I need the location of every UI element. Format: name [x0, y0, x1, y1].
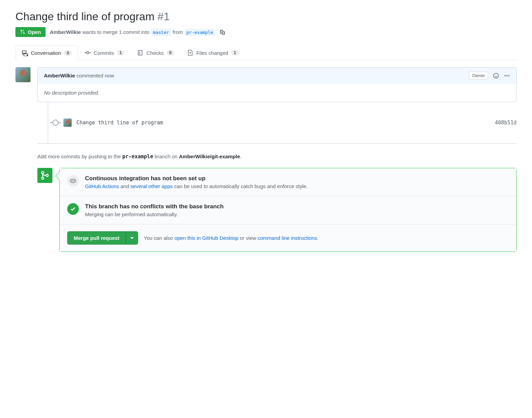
comment-discussion-icon: [22, 50, 28, 56]
checks-count: 0: [167, 50, 174, 56]
conversation-count: 0: [64, 50, 72, 56]
merge-alternatives-text: You can also open this in GitHub Desktop…: [144, 235, 318, 241]
owner-badge: Owner: [469, 72, 488, 79]
author-link[interactable]: AmberWilkie: [50, 29, 81, 35]
tab-conversation[interactable]: Conversation 0: [15, 45, 78, 60]
check-success-icon: [67, 203, 79, 215]
add-reaction-icon[interactable]: [493, 73, 499, 79]
svg-point-0: [87, 52, 89, 54]
git-merge-icon: [40, 171, 49, 180]
merge-panel: Continuous integration has not been set …: [59, 168, 517, 252]
svg-point-10: [508, 75, 510, 76]
author-avatar[interactable]: [15, 67, 31, 82]
github-actions-link[interactable]: GitHub Actions: [85, 183, 119, 189]
base-branch-chip[interactable]: master: [151, 29, 171, 36]
git-pull-request-icon: [20, 29, 26, 35]
svg-rect-14: [70, 179, 76, 183]
pr-title-text: Change third line of program: [15, 10, 155, 23]
description-comment: AmberWilkie commented now Owner No descr…: [37, 67, 517, 102]
svg-point-11: [41, 172, 44, 174]
commit-node-icon: [52, 120, 59, 126]
svg-point-7: [497, 75, 497, 76]
push-more-commits-hint: Add more commits by pushing to the pr-ex…: [37, 153, 517, 160]
commit-author-avatar[interactable]: [63, 119, 72, 127]
files-count: 1: [231, 50, 239, 56]
commit-message-link[interactable]: Change third line of program: [76, 120, 490, 126]
other-apps-link[interactable]: several other apps: [131, 183, 173, 189]
svg-point-9: [506, 75, 508, 76]
ci-desc: GitHub Actions and several other apps ca…: [85, 183, 308, 189]
comment-header-text: AmberWilkie commented now: [44, 73, 114, 78]
state-label: Open: [28, 29, 41, 35]
ci-title: Continuous integration has not been set …: [85, 175, 308, 182]
tab-checks[interactable]: Checks 0: [131, 45, 181, 60]
svg-point-8: [505, 75, 506, 76]
pr-title: Change third line of program #1: [15, 10, 517, 23]
merge-pull-request-button[interactable]: Merge pull request: [67, 231, 126, 245]
commit-sha-link[interactable]: 408b51d: [495, 120, 517, 126]
pr-meta-text: AmberWilkie wants to merge 1 commit into…: [50, 29, 215, 35]
ci-not-setup-icon: [67, 175, 79, 187]
commit-row: Change third line of program 408b51d: [48, 102, 517, 143]
merge-status-badge: [37, 168, 52, 183]
svg-point-12: [41, 177, 44, 180]
command-line-instructions-link[interactable]: command line instructions: [258, 235, 317, 241]
git-commit-icon: [85, 50, 91, 56]
commits-count: 1: [117, 50, 125, 56]
copy-branch-icon[interactable]: [219, 29, 226, 35]
svg-point-5: [494, 73, 499, 78]
pr-tabs: Conversation 0 Commits 1 Checks 0 Files …: [15, 45, 517, 60]
comment-body: No description provided.: [38, 84, 516, 102]
pr-number: #1: [157, 10, 170, 23]
state-open-badge: Open: [15, 27, 46, 37]
timeline: AmberWilkie commented now Owner No descr…: [15, 67, 517, 252]
triangle-down-icon: [130, 237, 134, 239]
merge-options-dropdown[interactable]: [126, 231, 138, 245]
open-in-desktop-link[interactable]: open this in GitHub Desktop: [174, 235, 239, 241]
tab-commits[interactable]: Commits 1: [78, 45, 131, 60]
checklist-icon: [137, 50, 144, 56]
pr-meta-row: Open AmberWilkie wants to merge 1 commit…: [15, 27, 517, 37]
timeline-divider: [37, 143, 517, 144]
kebab-menu-icon[interactable]: [504, 73, 510, 79]
svg-point-16: [74, 181, 74, 181]
tab-files-changed[interactable]: Files changed 1: [181, 45, 245, 60]
svg-point-6: [495, 75, 495, 76]
file-diff-icon: [187, 50, 193, 56]
svg-point-13: [46, 174, 48, 177]
no-conflicts-sub: Merging can be performed automatically.: [85, 211, 223, 217]
compare-branch-chip[interactable]: pr-example: [184, 29, 215, 36]
svg-point-15: [72, 181, 72, 181]
comment-author-link[interactable]: AmberWilkie: [44, 73, 75, 78]
no-conflicts-title: This branch has no conflicts with the ba…: [85, 203, 223, 210]
